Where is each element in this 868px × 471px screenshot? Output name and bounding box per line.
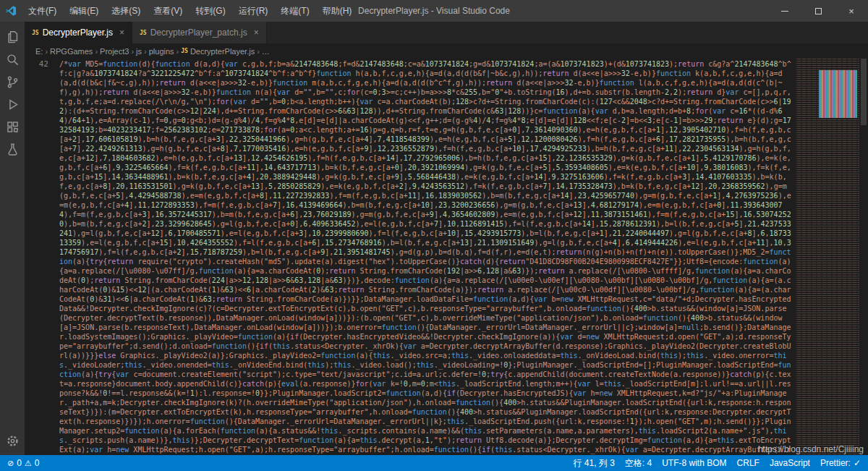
warning-icon: ⚠: [25, 459, 32, 468]
menu-go[interactable]: 转到(G): [189, 0, 231, 22]
breadcrumb-chevron-icon: ›: [257, 47, 260, 56]
minimap-highlight-block: [819, 70, 857, 118]
breadcrumb-chevron-icon: ›: [131, 47, 134, 56]
tab-label: DecrypterPlayer.js: [43, 27, 113, 38]
tab-decrypterplayer-patch[interactable]: JS DecrypterPlayer_patch.js ×: [132, 22, 267, 43]
breadcrumb-item-rpggames[interactable]: RPGGames: [50, 47, 93, 56]
line-number: 42: [39, 59, 48, 69]
menu-bar: 文件(F) 编辑(E) 选择(S) 查看(V) 转到(G) 运行(R) 终端(T…: [22, 0, 358, 22]
menu-help[interactable]: 帮助(H): [316, 0, 359, 22]
code-area[interactable]: /*var MD5=function(d){function d(a,d){va…: [58, 59, 796, 455]
breadcrumb-item-symbol[interactable]: …: [262, 47, 270, 56]
breadcrumb-item-drive[interactable]: E:: [35, 47, 43, 56]
breadcrumb-chevron-icon: ›: [176, 47, 179, 56]
source-control-icon[interactable]: [0, 71, 25, 93]
language-mode[interactable]: JavaScript: [770, 458, 810, 468]
menu-terminal[interactable]: 终端(T): [274, 0, 315, 22]
maximize-icon[interactable]: [801, 0, 835, 22]
status-bar: ⊘ 0 ⚠ 0 行 41, 列 3 空格: 4 UTF-8 with BOM C…: [0, 455, 868, 471]
error-icon: ⊘: [7, 459, 14, 468]
extensions-icon[interactable]: [0, 116, 25, 138]
window-controls: ×: [768, 0, 868, 22]
tab-close-icon[interactable]: ×: [254, 27, 259, 38]
warning-count: 0: [35, 458, 40, 468]
breadcrumb-item-js[interactable]: js: [136, 47, 142, 56]
menu-run[interactable]: 运行(R): [232, 0, 275, 22]
encoding-setting[interactable]: UTF-8 with BOM: [662, 458, 726, 468]
close-icon[interactable]: ×: [835, 0, 868, 22]
vscode-logo-icon: [0, 5, 22, 17]
breadcrumb-item-project3[interactable]: Project3: [100, 47, 129, 56]
formatter-label: Prettier:: [820, 458, 851, 468]
editor: 42 /*var MD5=function(d){function d(a,d)…: [25, 59, 868, 455]
problems-indicator[interactable]: ⊘ 0 ⚠ 0: [7, 458, 39, 468]
tab-decrypterplayer[interactable]: JS DecrypterPlayer.js ×: [25, 22, 132, 43]
formatter-indicator[interactable]: Prettier: ✓: [820, 458, 861, 468]
menu-edit[interactable]: 编辑(E): [63, 0, 105, 22]
vertical-scrollbar[interactable]: [859, 59, 868, 455]
breadcrumb: E: › RPGGames › Project3 › js › plugins …: [25, 43, 868, 59]
menu-selection[interactable]: 选择(S): [105, 0, 147, 22]
scrollbar-thumb[interactable]: [861, 59, 867, 125]
run-debug-icon[interactable]: [0, 93, 25, 116]
js-file-icon: JS: [32, 30, 39, 36]
settings-gear-icon[interactable]: [0, 430, 25, 452]
minimize-icon[interactable]: [768, 0, 801, 22]
search-icon[interactable]: [0, 48, 25, 71]
explorer-icon[interactable]: [0, 26, 25, 48]
title-bar: 文件(F) 编辑(E) 选择(S) 查看(V) 转到(G) 运行(R) 终端(T…: [0, 0, 868, 22]
breadcrumb-chevron-icon: ›: [45, 47, 48, 56]
line-number-gutter: 42: [25, 59, 58, 455]
tab-label: DecrypterPlayer_patch.js: [150, 27, 247, 38]
watermark-text: https://blog.csdn.net/Cjiiiing: [758, 444, 864, 454]
tab-close-icon[interactable]: ×: [119, 27, 124, 38]
minimap[interactable]: [796, 59, 859, 455]
breadcrumb-chevron-icon: ›: [144, 47, 147, 56]
tab-bar: JS DecrypterPlayer.js × JS DecrypterPlay…: [25, 22, 868, 43]
js-file-icon: JS: [181, 48, 188, 54]
indentation-setting[interactable]: 空格: 4: [625, 457, 652, 470]
eol-setting[interactable]: CRLF: [737, 458, 760, 468]
check-icon: ✓: [854, 458, 861, 468]
breadcrumb-chevron-icon: ›: [95, 47, 98, 56]
test-icon[interactable]: [0, 138, 25, 161]
menu-file[interactable]: 文件(F): [22, 0, 63, 22]
js-file-icon: JS: [140, 30, 147, 36]
breadcrumb-item-plugins[interactable]: plugins: [149, 47, 174, 56]
cursor-position[interactable]: 行 41, 列 3: [574, 457, 615, 470]
menu-view[interactable]: 查看(V): [147, 0, 189, 22]
activity-bar: [0, 22, 25, 455]
error-count: 0: [17, 458, 22, 468]
breadcrumb-item-file[interactable]: DecrypterPlayer.js: [190, 47, 255, 56]
